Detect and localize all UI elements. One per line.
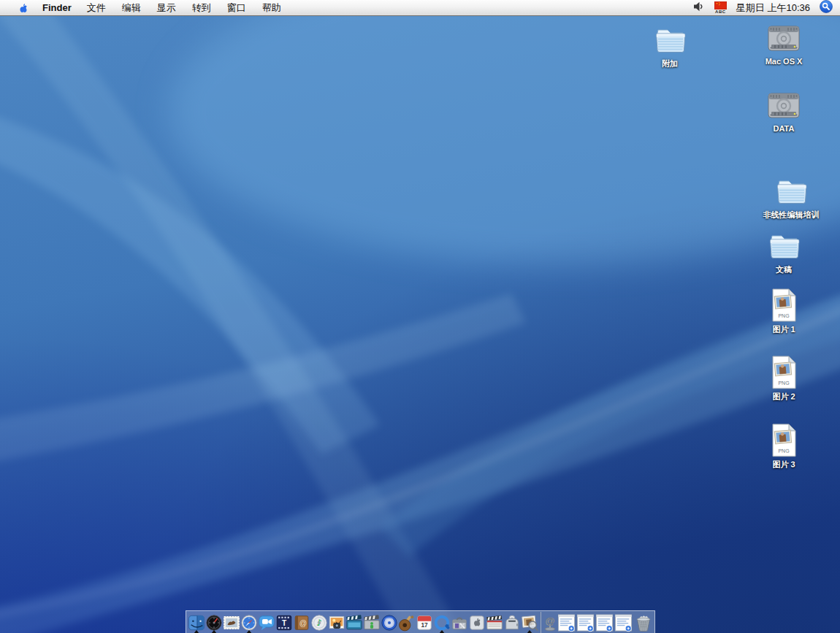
dock-finder-icon[interactable] — [188, 612, 205, 633]
png-icon: PNG — [744, 423, 824, 458]
dock-dashboard-icon[interactable] — [205, 612, 223, 633]
spotlight-icon[interactable] — [820, 0, 833, 16]
input-method-icon[interactable]: ABC — [714, 1, 727, 14]
dock-apple-system-icon[interactable] — [468, 612, 486, 633]
png-icon: PNG — [744, 355, 824, 390]
dock-quicktime-icon[interactable] — [433, 612, 451, 633]
volume-icon[interactable] — [692, 1, 705, 15]
dock-app-section: T @ ♪ 17 — [188, 612, 538, 633]
menu-item-2[interactable]: 显示 — [149, 2, 184, 13]
dock-garageband-icon[interactable] — [398, 612, 416, 633]
dock-video-capture-icon[interactable] — [363, 612, 381, 633]
dock-ical-icon[interactable]: 17 — [416, 612, 433, 633]
input-method-label: ABC — [715, 9, 726, 14]
dock-preview-icon[interactable] — [521, 612, 538, 633]
desktop-icon-folder-0[interactable]: 附加 — [630, 23, 710, 69]
dock-minimized-window-1-icon[interactable] — [557, 612, 576, 633]
dock-safari-icon[interactable] — [240, 612, 258, 633]
png-icon: PNG — [744, 288, 824, 323]
dock-imovie-icon[interactable] — [345, 612, 363, 633]
desktop-icon-png-5[interactable]: PNG 图片 1 — [744, 288, 824, 335]
dock-at-sign-shortcut-icon[interactable]: @ — [543, 612, 557, 633]
dock-iphoto-icon[interactable] — [328, 612, 345, 633]
menu-item-5[interactable]: 帮助 — [254, 2, 289, 13]
svg-text:17: 17 — [421, 621, 428, 629]
menu-item-1[interactable]: 编辑 — [114, 2, 149, 13]
menu-items: 文件编辑显示转到窗口帮助 — [79, 1, 289, 15]
running-indicator — [211, 630, 217, 633]
folder-icon — [747, 174, 835, 208]
desktop-icon-label: DATA — [744, 124, 824, 133]
dock-toast-icon[interactable] — [503, 612, 521, 633]
running-indicator — [527, 630, 532, 633]
desktop-icon-label: 非线性编辑培训 — [747, 210, 835, 220]
running-indicator — [194, 630, 199, 633]
dock-livetype-icon[interactable]: T — [275, 612, 293, 633]
desktop-icon-hdd-2[interactable]: DATA — [744, 91, 824, 133]
running-indicator — [246, 630, 252, 633]
dock-mail-icon[interactable] — [223, 612, 240, 633]
svg-text:@: @ — [299, 619, 307, 627]
running-indicator — [439, 630, 445, 633]
active-app-name[interactable]: Finder — [35, 2, 79, 13]
dock-minimized-window-3-icon[interactable] — [595, 612, 614, 633]
dock-itunes-icon[interactable]: ♪ — [310, 612, 328, 633]
svg-text:♪: ♪ — [316, 618, 322, 628]
svg-text:T: T — [282, 619, 287, 627]
desktop-icon-label: Mac OS X — [744, 57, 824, 66]
hdd-icon — [744, 23, 824, 55]
menu-bar: Finder 文件编辑显示转到窗口帮助 ABC 星期日 上 — [0, 0, 840, 16]
folder-icon — [630, 23, 710, 57]
svg-text:@: @ — [545, 615, 555, 626]
svg-text:PNG: PNG — [778, 448, 789, 453]
dock: T @ ♪ 17 — [186, 610, 655, 633]
hdd-icon — [744, 91, 824, 123]
china-flag-icon — [714, 1, 727, 9]
svg-text:PNG: PNG — [778, 313, 789, 318]
desktop-icon-hdd-1[interactable]: Mac OS X — [744, 23, 824, 66]
dock-toolbox-icon[interactable] — [451, 612, 468, 633]
dock-dvd-player-icon[interactable] — [381, 612, 398, 633]
menu-item-3[interactable]: 转到 — [184, 2, 219, 13]
menu-clock[interactable]: 星期日 上午10:36 — [736, 1, 810, 15]
folder-icon — [744, 229, 824, 263]
dock-address-book-icon[interactable]: @ — [293, 612, 310, 633]
desktop-icon-folder-3[interactable]: 非线性编辑培训 — [747, 174, 835, 220]
dock-ichat-icon[interactable] — [258, 612, 275, 633]
dock-divider-icon — [541, 612, 541, 633]
apple-menu-icon[interactable] — [9, 1, 35, 15]
desktop-icon-label: 图片 2 — [744, 391, 824, 402]
mac-desktop: Finder 文件编辑显示转到窗口帮助 ABC 星期日 上 — [0, 0, 840, 633]
menu-item-0[interactable]: 文件 — [79, 2, 114, 13]
svg-text:PNG: PNG — [778, 380, 789, 385]
desktop-icon-label: 图片 3 — [744, 459, 824, 470]
desktop-icon-png-6[interactable]: PNG 图片 2 — [744, 355, 824, 402]
desktop-icon-label: 附加 — [630, 58, 710, 69]
aqua-wallpaper — [0, 16, 840, 633]
dock-minimized-window-4-icon[interactable] — [614, 612, 633, 633]
desktop-icon-label: 文稿 — [744, 264, 824, 275]
desktop-icon-label: 图片 1 — [744, 324, 824, 335]
dock-clapperboard-icon[interactable] — [486, 612, 503, 633]
dock-minimized-window-2-icon[interactable] — [576, 612, 595, 633]
menu-item-4[interactable]: 窗口 — [219, 2, 254, 13]
desktop-icon-folder-4[interactable]: 文稿 — [744, 229, 824, 275]
desktop-icon-png-7[interactable]: PNG 图片 3 — [744, 423, 824, 470]
dock-trash-full-icon[interactable] — [633, 612, 654, 633]
dock-document-section: @ — [543, 612, 654, 633]
